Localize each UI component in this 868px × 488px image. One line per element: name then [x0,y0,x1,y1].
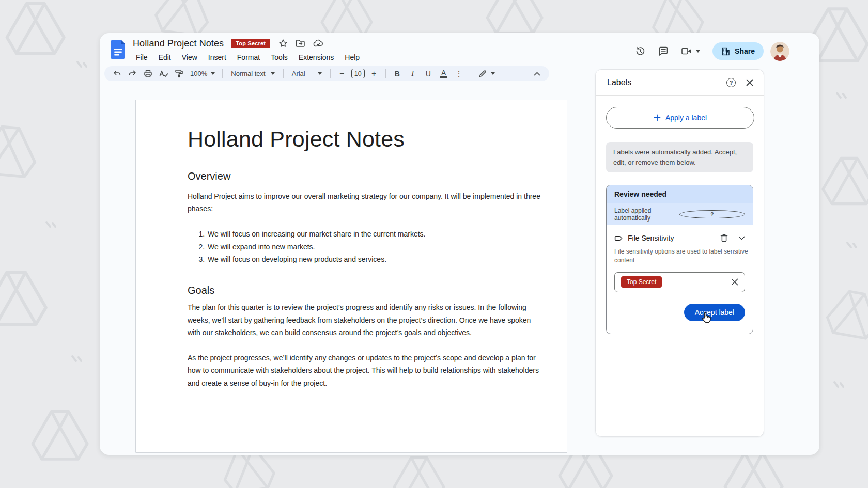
doc-title[interactable]: Holland Project Notes [133,38,224,49]
menu-format[interactable]: Format [234,52,263,62]
review-card-body: File Sensitivity File sensitivity option… [607,225,753,334]
app-header: Holland Project Notes Top Secret [100,33,819,66]
phases-list: We will focus on increasing our market s… [188,228,544,266]
file-sensitivity-label: File Sensitivity [628,234,715,242]
zoom-select[interactable]: 100% [188,68,217,80]
goals-paragraph-2: As the project progresses, we’ll identif… [188,352,544,390]
google-docs-window: Holland Project Notes Top Secret [100,33,819,455]
close-icon[interactable] [746,79,753,86]
formatting-toolbar: 100% Normal text Arial − 10 + B I U A ⋮ [104,66,549,81]
file-sensitivity-row: File Sensitivity [614,233,745,243]
chevron-up-icon [534,72,540,76]
font-family-select[interactable]: Arial [289,68,325,80]
move-folder-icon[interactable] [296,39,305,48]
toolbar-divider [283,69,284,78]
section-gap [188,278,544,285]
toolbar-divider [385,69,386,78]
chevron-down-icon [211,72,215,75]
video-call-icon [681,46,692,56]
share-label: Share [735,47,755,55]
menu-insert[interactable]: Insert [205,52,229,62]
doc-label-badge: Top Secret [231,39,270,48]
chevron-down-icon [696,50,700,53]
italic-button[interactable]: I [407,68,419,80]
clear-value-icon[interactable] [731,278,738,286]
star-icon[interactable] [278,39,288,48]
editing-mode-select[interactable] [476,68,497,80]
label-status-text: Label applied automatically [614,207,679,222]
apply-label-button[interactable]: Apply a label [606,107,754,129]
paragraph-style-select[interactable]: Normal text [228,68,277,80]
decrease-font-size-button[interactable]: − [336,68,348,80]
menu-extensions[interactable]: Extensions [296,52,337,62]
labels-panel: Labels ? Apply a label Labels were autom… [595,69,764,437]
review-needed-card: Review needed Label applied automaticall… [606,185,753,334]
labels-panel-header: Labels ? [596,70,764,96]
chevron-down-icon [318,72,322,75]
comments-icon[interactable] [658,46,669,56]
menu-help[interactable]: Help [342,52,363,62]
menu-view[interactable]: View [179,52,200,62]
list-item: We will expand into new markets. [207,241,544,254]
list-item: We will focus on developing new products… [207,253,544,266]
document-body: Holland Project Notes Overview Holland P… [188,126,544,389]
underline-icon: U [423,70,434,78]
labels-panel-title: Labels [607,78,726,87]
google-docs-logo-icon[interactable] [111,40,125,59]
meet-presenting-control[interactable] [681,46,700,56]
list-item: We will focus on increasing our market s… [207,228,544,241]
account-avatar[interactable] [770,42,789,61]
underline-button[interactable]: U [422,68,435,80]
accept-row: Accept label [614,304,745,321]
style-value: Normal text [231,70,265,77]
toolbar-divider [330,69,331,78]
paint-format-button[interactable] [173,68,185,80]
undo-button[interactable] [111,68,123,80]
spellcheck-button[interactable] [157,68,169,80]
label-status-bar: Label applied automatically ? [607,203,753,225]
print-button[interactable] [142,68,154,80]
toolbar-divider [471,69,471,78]
plus-icon [654,114,661,121]
undo-icon [113,70,121,78]
label-value-input[interactable]: Top Secret [614,272,745,292]
document-title: Holland Project Notes [188,126,544,153]
version-history-icon[interactable] [635,46,646,57]
delete-label-icon[interactable] [720,233,729,243]
share-button[interactable]: Share [712,42,764,60]
bold-button[interactable]: B [391,68,404,80]
cloud-saved-icon[interactable] [313,39,324,48]
review-card-header: Review needed [607,185,753,203]
mouse-cursor-pointer [701,312,713,325]
redo-button[interactable] [126,68,138,80]
share-restricted-icon [721,47,730,56]
more-formatting-button[interactable]: ⋮ [453,68,466,80]
paint-roller-icon [175,69,183,78]
text-color-button[interactable]: A [438,68,450,80]
menu-tools[interactable]: Tools [268,52,291,62]
hide-menus-button[interactable] [531,68,543,80]
menu-file[interactable]: File [133,52,151,62]
document-page[interactable]: Holland Project Notes Overview Holland P… [135,100,567,453]
chevron-down-icon[interactable] [738,236,745,240]
accept-label-button[interactable]: Accept label [684,304,745,321]
overview-heading: Overview [188,170,544,182]
top-secret-chip: Top Secret [621,276,662,288]
text-color-icon: A [440,69,447,78]
menu-edit[interactable]: Edit [156,52,174,62]
chevron-down-icon [271,72,275,75]
redo-icon [128,70,137,78]
italic-icon: I [407,69,419,78]
help-icon[interactable]: ? [679,210,746,218]
increase-font-size-button[interactable]: + [368,68,380,80]
auto-labels-notice: Labels were automatically added. Accept,… [606,142,753,172]
help-icon[interactable]: ? [726,78,736,87]
pen-icon [478,70,487,78]
print-icon [144,70,152,78]
font-value: Arial [292,70,305,77]
font-size-input[interactable]: 10 [351,69,365,78]
apply-label-text: Apply a label [665,114,707,122]
zoom-value: 100% [190,70,207,77]
goals-heading: Goals [188,285,544,296]
overview-paragraph: Holland Project aims to improve our over… [188,190,544,215]
